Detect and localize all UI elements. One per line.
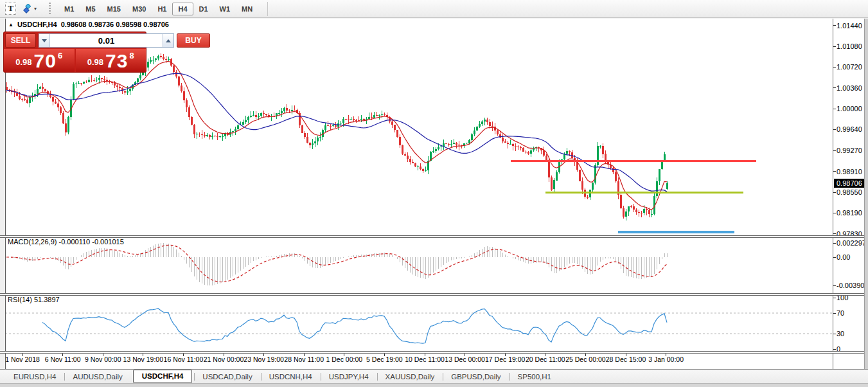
timeframe-button-d1[interactable]: D1 xyxy=(193,3,214,15)
one-click-trading-panel: SELL BUY 0.98 70 6 0.98 73 8 xyxy=(4,32,146,72)
bottom-strip xyxy=(0,383,868,387)
price-axis-label: 1.00000 xyxy=(837,105,862,113)
date-axis-label: 1 Dec 00:00 xyxy=(326,356,362,363)
buy-price-prefix: 0.98 xyxy=(87,57,103,67)
chart-symbol-title: USDCHF,H4 xyxy=(17,21,57,28)
chart-tab-sp500-h1[interactable]: SP500,H1 xyxy=(509,371,560,382)
timeframe-button-w1[interactable]: W1 xyxy=(214,3,236,15)
price-axis-label: 0.98190 xyxy=(837,209,862,217)
date-axis-label: 5 Dec 19:00 xyxy=(366,356,403,363)
toolbar-separator xyxy=(267,2,268,16)
price-axis-label: 1.01080 xyxy=(837,42,862,50)
date-axis-label: 10 Dec 11:00 xyxy=(405,356,445,363)
buy-button[interactable]: BUY xyxy=(177,33,210,48)
buy-price-display[interactable]: 0.98 73 8 xyxy=(76,49,146,72)
diamonds-icon xyxy=(22,4,32,14)
price-axis-label: 0.98550 xyxy=(837,188,862,196)
price-axis-label: 0.99640 xyxy=(837,125,862,133)
chart-tab-usdcad-daily[interactable]: USDCAD,Daily xyxy=(194,371,260,382)
timeframe-button-mn[interactable]: MN xyxy=(236,3,258,15)
text-tool-button[interactable]: T xyxy=(3,1,18,16)
sell-price-prefix: 0.98 xyxy=(15,57,31,67)
chart-tab-usdcnh-h4[interactable]: USDCNH,H4 xyxy=(261,371,321,382)
timeframe-button-h1[interactable]: H1 xyxy=(152,3,172,15)
date-axis-label: 23 Nov 19:00 xyxy=(244,356,283,363)
date-axis-label: 16 Nov 11:00 xyxy=(164,356,204,363)
arrow-up-icon xyxy=(166,39,171,42)
chart-title-row: ▲ USDCHF,H4 0.98608 0.98736 0.98598 0.98… xyxy=(8,21,169,28)
date-axis-label: 20 Dec 11:00 xyxy=(526,356,565,363)
timeframe-button-m30[interactable]: M30 xyxy=(127,3,152,15)
macd-axis-label: 0.002297 xyxy=(837,239,866,247)
toolbar: T ▾ M1M5M15M30H1H4D1W1MN xyxy=(0,0,868,18)
chart-tab-xauusd-daily[interactable]: XAUUSD,Daily xyxy=(377,371,443,382)
timeframe-bar: M1M5M15M30H1H4D1W1MN xyxy=(58,0,258,18)
price-axis-label: 0.99270 xyxy=(837,147,862,154)
volume-increase-button[interactable] xyxy=(163,34,173,47)
toolbar-grip[interactable] xyxy=(49,3,51,15)
price-axis-label: 1.00720 xyxy=(837,63,862,71)
price-pane-layer xyxy=(6,53,668,221)
buy-price-pip: 8 xyxy=(129,51,134,60)
date-axis-label: 13 Dec 00:00 xyxy=(445,356,484,363)
timeframe-button-h4[interactable]: H4 xyxy=(172,3,193,15)
macd-axis-label: 0.00 xyxy=(837,253,850,261)
macd-signal-layer xyxy=(6,245,667,282)
current-price-badge: 0.98706 xyxy=(834,179,865,188)
sell-price-display[interactable]: 0.98 70 6 xyxy=(4,49,75,72)
volume-input[interactable] xyxy=(50,34,163,47)
chevron-down-icon[interactable]: ▾ xyxy=(34,6,37,12)
buy-price-big: 73 xyxy=(105,52,128,70)
price-axis-label: 0.98910 xyxy=(837,168,862,176)
terminal-window: T ▾ M1M5M15M30H1H4D1W1MN ▲ USDCHF,H4 0.9… xyxy=(0,0,868,387)
date-axis-label: 9 Nov 00:00 xyxy=(85,356,121,363)
volume-group xyxy=(39,33,174,48)
rsi-axis-label: 30 xyxy=(837,330,844,338)
date-axis-label: 17 Dec 19:00 xyxy=(485,356,525,363)
sell-price-big: 70 xyxy=(34,52,57,70)
vertical-scrollbar[interactable] xyxy=(864,19,868,383)
pane-splitter-main-macd[interactable] xyxy=(0,235,864,238)
timeframe-button-m15[interactable]: M15 xyxy=(102,3,127,15)
date-axis-label: 21 Nov 00:00 xyxy=(204,356,244,363)
macd-axis-label: -0.003904 xyxy=(837,282,868,289)
chart-ohlc-values: 0.98608 0.98736 0.98598 0.98706 xyxy=(61,21,169,28)
collapse-icon[interactable]: ▲ xyxy=(8,22,13,28)
volume-decrease-button[interactable] xyxy=(39,34,50,47)
chart-tab-audusd-daily[interactable]: AUDUSD,Daily xyxy=(64,371,130,382)
price-axis-label: 1.01440 xyxy=(837,22,862,30)
timeframe-button-m1[interactable]: M1 xyxy=(58,3,80,15)
timeframe-button-m5[interactable]: M5 xyxy=(80,3,101,15)
rsi-pane-layer xyxy=(5,309,833,344)
arrow-down-icon xyxy=(42,39,47,42)
chart-tab-bar: EURUSD,H4AUDUSD,DailyUSDCHF,H4USDCAD,Dai… xyxy=(0,369,868,383)
date-axis-label: 1 Nov 2018 xyxy=(5,356,40,363)
pane-splitter-rsi-dates[interactable] xyxy=(0,351,864,354)
sell-price-pip: 6 xyxy=(58,51,62,60)
macd-label: MACD(12,26,9) -0.000110 -0.001015 xyxy=(8,238,124,246)
macd-pane-layer xyxy=(7,243,668,285)
date-axis-label: 3 Jan 00:00 xyxy=(648,356,684,363)
date-axis-label: 13 Nov 19:00 xyxy=(123,356,163,363)
chart-tab-usdchf-h4[interactable]: USDCHF,H4 xyxy=(133,370,193,383)
pane-splitter-macd-rsi[interactable] xyxy=(0,293,864,296)
rsi-label: RSI(14) 51.3897 xyxy=(8,296,60,303)
text-tool-icon: T xyxy=(5,3,16,15)
rsi-axis-label: 70 xyxy=(837,309,844,317)
sell-button[interactable]: SELL xyxy=(5,33,36,48)
chart-tab-eurusd-h4[interactable]: EURUSD,H4 xyxy=(5,371,64,382)
price-axis-label: 1.00360 xyxy=(837,84,862,92)
date-axis-label: 28 Nov 11:00 xyxy=(284,356,324,363)
style-tool-button[interactable]: ▾ xyxy=(21,3,39,15)
date-axis-label: 25 Dec 00:00 xyxy=(565,356,605,363)
chart-tab-usdjpy-h4[interactable]: USDJPY,H4 xyxy=(321,371,377,382)
date-axis-label: 28 Dec 15:00 xyxy=(606,356,646,363)
chart-tab-gbpusd-daily[interactable]: GBPUSD,Daily xyxy=(443,371,509,382)
date-axis-label: 6 Nov 11:00 xyxy=(45,356,81,363)
